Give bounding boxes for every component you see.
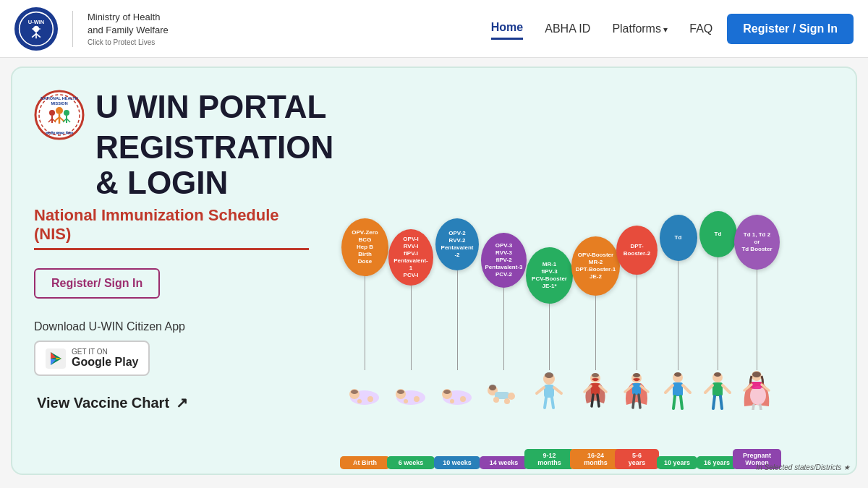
svg-point-36 [397,390,404,394]
vaccine-balloon: OPV-2 RVV-2 Pentavalent -2 [435,218,479,270]
figure-newborn3 [438,370,477,410]
vaccine-item-6: DPT- Booster-2 [616,226,658,410]
figure-child [617,370,657,410]
svg-rect-80 [712,382,723,396]
selected-note: In Selected states/Districts ★ [756,463,850,471]
banner-titles: U WIN PORTAL REGISTRATION & LOGIN [95,90,333,206]
stage-label: 9-12 months [524,449,574,469]
svg-line-75 [683,385,690,393]
vaccine-item-8: Td [698,211,738,410]
left-panel: NATIONAL HEALTH MISSION राष्ट्रीय स्वास्… [12,68,331,474]
nis-subtitle: National Immunization Schedule (NIS) [34,206,309,250]
svg-rect-52 [544,385,554,398]
svg-point-11 [49,110,55,116]
google-play-icon [46,348,66,369]
vaccine-item-2: OPV-2 RVV-2 Pentavalent -2 [435,218,479,410]
svg-point-41 [443,390,451,394]
vaccine-balloon: Td [699,211,737,257]
main-banner: NATIONAL HEALTH MISSION राष्ट्रीय स्वास्… [11,67,857,475]
svg-line-83 [713,396,715,408]
balloon-string [637,275,637,370]
svg-point-43 [450,399,454,403]
vaccine-item-1: OPV-I RVV-I fIPV-I Pentavalent-1 PCV-I [388,229,433,410]
balloon-string [411,286,412,370]
nav-platforms[interactable]: Platforms [612,19,668,39]
figure-crawling [484,370,524,410]
svg-point-86 [752,372,761,377]
svg-point-42 [460,396,466,402]
figure-newborn1 [345,370,385,410]
svg-point-48 [493,397,499,403]
svg-point-38 [404,399,408,403]
balloon-string [457,270,458,370]
svg-line-77 [681,396,682,408]
svg-point-49 [504,398,510,404]
figure-hero-kid [576,370,616,410]
stage-label: At Birth [340,456,390,469]
svg-point-47 [508,393,515,400]
stage-label: 5-6 years [615,449,659,469]
vaccine-chart-link[interactable]: View Vaccine Chart ↗ [34,394,309,411]
svg-line-82 [723,385,730,393]
svg-line-91 [753,405,754,410]
nav-faq[interactable]: FAQ [689,19,712,39]
google-play-button[interactable]: GET IT ON Google Play [34,341,150,376]
figure-toddler [529,370,569,410]
svg-line-70 [639,395,640,408]
figure-newborn2 [391,370,431,410]
balloon-string [365,276,365,370]
svg-line-53 [537,388,544,393]
nav-home[interactable]: Home [491,17,523,40]
vaccine-balloon: OPV-3 RVV-3 fIPV-2 Pentavalent-3 PCV-2 [481,233,527,288]
svg-line-74 [665,385,673,393]
svg-point-19 [64,110,69,116]
svg-line-81 [705,385,712,393]
svg-point-45 [489,385,496,390]
banner-title-line2: REGISTRATION & LOGIN [95,130,333,200]
vaccine-balloon: OPV-Booster MR-2 DPT-Booster-1 JE-2 [571,236,620,296]
figure-young-adult [698,370,738,410]
nhm-logo: NATIONAL HEALTH MISSION राष्ट्रीय स्वास्… [34,90,85,140]
svg-point-15 [56,107,63,114]
svg-line-54 [554,388,561,393]
vaccine-item-3: OPV-3 RVV-3 fIPV-2 Pentavalent-3 PCV-2 [481,233,527,410]
svg-line-69 [633,395,634,408]
svg-line-55 [545,398,546,408]
balloon-string [549,304,550,370]
vaccine-balloon: DPT- Booster-2 [616,226,658,275]
external-link-icon: ↗ [176,395,188,411]
svg-point-58 [592,373,599,377]
svg-line-62 [592,395,593,406]
vaccine-balloon: OPV-I RVV-I fIPV-I Pentavalent-1 PCV-I [388,229,433,286]
svg-rect-66 [632,383,641,395]
main-nav: Home ABHA ID Platforms FAQ [491,17,713,40]
svg-text:राष्ट्रीय स्वास्थ्य मिशन: राष्ट्रीय स्वास्थ्य मिशन [45,131,74,136]
svg-text:MISSION: MISSION [51,101,67,106]
svg-point-37 [414,396,420,402]
svg-rect-73 [673,382,683,396]
ministry-info: Ministry of Health and Family Welfare Cl… [88,11,169,46]
banner-register-button[interactable]: Register/ Sign In [34,268,160,299]
stage-label: 14 weeks [480,456,528,469]
google-play-text: GET IT ON Google Play [72,348,138,369]
balloon-string [678,261,678,370]
nav-abha[interactable]: ABHA ID [545,19,590,39]
vaccine-balloon: OPV-Zero BCG Hep B Birth Dose [341,218,388,276]
svg-point-65 [633,373,640,377]
svg-text:NATIONAL HEALTH: NATIONAL HEALTH [41,96,77,100]
chart-panel: OPV-Zero BCG Hep B Birth Dose At BirthOP… [331,68,856,474]
carousel-dots [0,484,868,488]
balloon-string [595,296,596,370]
svg-line-84 [720,396,722,408]
logo-divider [72,11,73,47]
click-protect-text: Click to Protect Lives [88,38,169,46]
svg-line-92 [760,405,761,410]
vaccine-item-4: MR-1 fIPV-3 PCV-Booster JE-1* [526,247,573,410]
svg-line-56 [552,398,553,408]
register-signin-button[interactable]: Register / Sign In [727,14,854,44]
figure-teen [658,370,698,410]
vaccine-item-0: OPV-Zero BCG Hep B Birth Dose [341,218,388,410]
uwin-logo: U-WIN [14,7,58,51]
svg-line-63 [597,395,599,406]
figure-pregnant [737,370,777,410]
